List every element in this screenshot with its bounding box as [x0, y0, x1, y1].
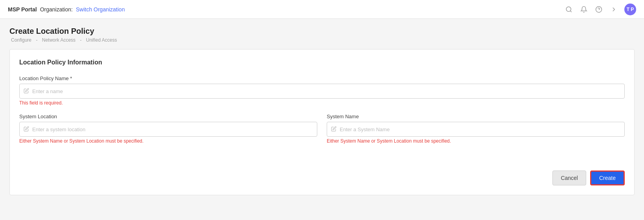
system-name-edit-icon	[331, 126, 337, 133]
switch-organization-link[interactable]: Switch Organization	[76, 6, 125, 13]
breadcrumb-item-configure: Configure	[11, 37, 31, 43]
breadcrumb-separator-1: -	[36, 37, 37, 43]
create-button[interactable]: Create	[590, 170, 625, 185]
cancel-button[interactable]: Cancel	[552, 170, 586, 185]
topnav-left: MSP Portal Organization: Switch Organiza…	[8, 6, 565, 13]
page-wrapper: Create Location Policy Configure - Netwo…	[0, 19, 644, 203]
system-fields-row: System Location Either System Name or Sy…	[19, 114, 625, 152]
bell-icon[interactable]	[580, 5, 588, 14]
help-icon[interactable]	[594, 5, 603, 14]
breadcrumb: Configure - Network Access - Unified Acc…	[9, 37, 635, 43]
system-name-error: Either System Name or System Location mu…	[327, 138, 625, 144]
system-name-group: System Name Either System Name or System…	[327, 114, 625, 144]
policy-name-label: Location Policy Name *	[19, 75, 625, 81]
system-location-error: Either System Name or System Location mu…	[19, 138, 317, 144]
system-location-input-wrapper	[19, 122, 317, 137]
svg-line-1	[570, 11, 571, 12]
system-name-input-wrapper	[327, 122, 625, 137]
system-location-label: System Location	[19, 114, 317, 119]
policy-name-group: Location Policy Name * This field is req…	[19, 75, 625, 106]
form-footer: Cancel Create	[19, 164, 625, 185]
system-location-edit-icon	[24, 126, 29, 133]
search-icon[interactable]	[565, 5, 573, 14]
org-label: Organization:	[40, 6, 73, 13]
user-avatar[interactable]: T P	[624, 4, 636, 15]
breadcrumb-item-network-access: Network Access	[42, 37, 75, 43]
location-policy-card: Location Policy Information Location Pol…	[9, 49, 635, 195]
breadcrumb-item-unified-access: Unified Access	[86, 37, 117, 43]
policy-name-error: This field is required.	[19, 100, 625, 106]
policy-name-input-wrapper	[19, 84, 625, 99]
forward-icon[interactable]	[609, 5, 618, 14]
top-navigation: MSP Portal Organization: Switch Organiza…	[0, 0, 644, 19]
system-location-input[interactable]	[32, 126, 313, 132]
system-name-input[interactable]	[340, 126, 620, 132]
brand-label: MSP Portal	[8, 6, 37, 13]
policy-name-edit-icon	[24, 88, 29, 95]
page-title: Create Location Policy	[9, 27, 635, 36]
system-location-group: System Location Either System Name or Sy…	[19, 114, 317, 144]
topnav-right: T P	[565, 4, 636, 15]
svg-point-0	[566, 7, 571, 11]
breadcrumb-separator-2: -	[80, 37, 81, 43]
system-name-label: System Name	[327, 114, 625, 119]
card-title: Location Policy Information	[19, 59, 625, 66]
policy-name-input[interactable]	[32, 88, 620, 94]
